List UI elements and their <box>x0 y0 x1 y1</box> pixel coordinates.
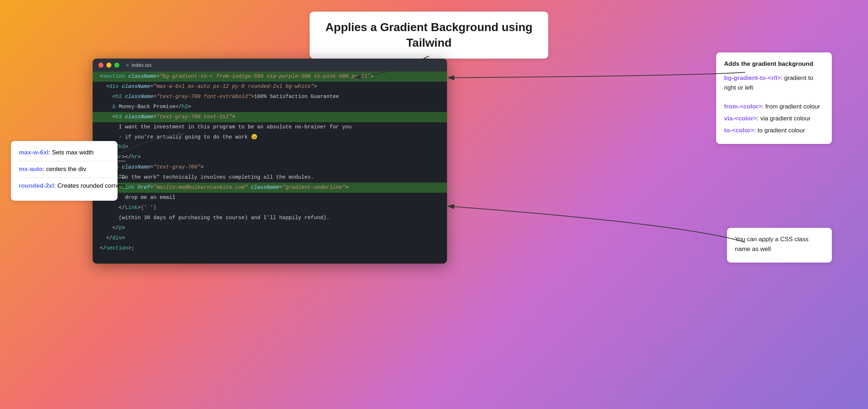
code-line: </div> <box>93 233 447 243</box>
code-line: drop me an email <box>93 193 447 203</box>
code-editor: ⚛ index.tsx <section className="bg-gradi… <box>93 59 447 264</box>
code-line: </Link>{' '} <box>93 203 447 213</box>
code-line: "Do the work" technically involves compl… <box>93 172 447 183</box>
editor-titlebar: ⚛ index.tsx <box>93 59 447 72</box>
code-line: & Money-Back Promise</h2> <box>93 102 447 112</box>
code-line: - if you're actually going to do the wor… <box>93 132 447 142</box>
code-line: <hr></hr> <box>93 152 447 162</box>
annotation-item: rounded-2xl: Creates rounded corners <box>19 181 125 191</box>
code-line: <Link href="mailto:me@kulkarniankita.com… <box>93 183 447 193</box>
code-line: (within 30 days of purchasing the course… <box>93 213 447 223</box>
code-line: <section className="bg-gradient-to-r fro… <box>93 72 447 82</box>
code-line: I want the investment in this program to… <box>93 122 447 132</box>
annotation-item: from-<color>: from gradient colour <box>724 102 824 111</box>
annotation-item: to-<color>: to gradient colour <box>724 125 824 135</box>
code-line: <h3 className="text-gray-700 text-2xl"> <box>93 112 447 122</box>
annotation-right-top: Adds the gradient background bg-gradient… <box>716 52 832 144</box>
code-body: <section className="bg-gradient-to-r fro… <box>93 72 447 264</box>
annotation-title: Adds the gradient background <box>724 59 824 69</box>
code-line: </h3> <box>93 142 447 152</box>
annotation-text: You can apply a CSS class name as well <box>735 234 824 254</box>
code-line: <div className="max-w-6xl mx-auto px-12 … <box>93 82 447 92</box>
code-line: <p className="text-gray-700"> <box>93 162 447 172</box>
maximize-dot <box>114 63 119 68</box>
close-dot <box>98 63 103 68</box>
page-title: Applies a Gradient Background using Tail… <box>324 20 534 51</box>
code-line <box>93 254 447 264</box>
minimize-dot <box>106 63 111 68</box>
tab-label: ⚛ index.tsx <box>125 62 152 68</box>
annotation-left: max-w-6xl: Sets max width mx-auto: cente… <box>11 141 118 201</box>
annotation-item: mx-auto: centers the div <box>19 164 125 175</box>
code-line: </section>; <box>93 243 447 254</box>
file-icon: ⚛ <box>125 63 129 68</box>
annotation-item: bg-gradient-to-<r/l>: gradient to right … <box>724 73 824 93</box>
code-line: <h2 className="text-gray-700 font-extrab… <box>93 92 447 102</box>
annotation-item: via-<color>: via gradient colour <box>724 114 824 123</box>
title-box: Applies a Gradient Background using Tail… <box>310 12 548 59</box>
code-line: </p> <box>93 223 447 233</box>
annotation-right-bottom: You can apply a CSS class name as well <box>727 228 832 263</box>
annotation-item: max-w-6xl: Sets max width <box>19 148 125 158</box>
